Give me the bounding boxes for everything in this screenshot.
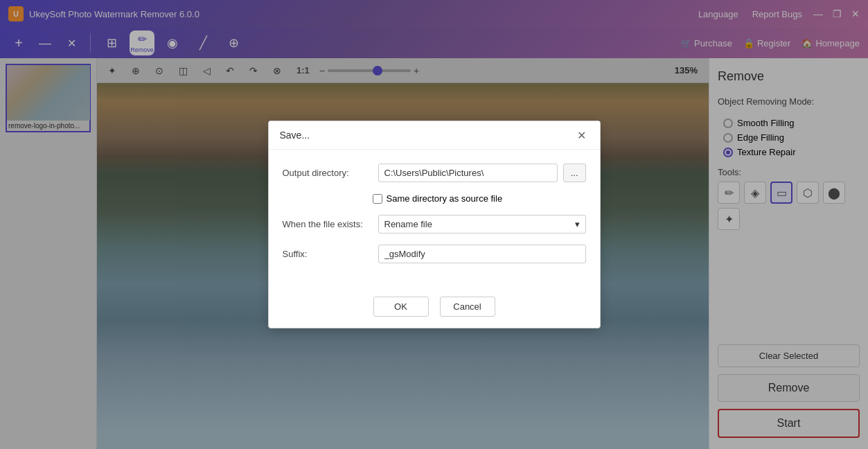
suffix-label: Suffix: xyxy=(283,249,373,259)
output-directory-label: Output directory: xyxy=(283,168,373,178)
output-directory-row: Output directory: ... xyxy=(283,164,586,182)
modal-footer: OK Cancel xyxy=(269,288,600,328)
same-directory-checkbox[interactable] xyxy=(373,194,382,204)
save-dialog: Save... ✕ Output directory: ... Same dir… xyxy=(268,121,601,328)
when-file-exists-dropdown[interactable]: Rename file ▾ xyxy=(378,215,586,234)
dropdown-arrow-icon: ▾ xyxy=(575,219,580,229)
output-directory-input[interactable] xyxy=(378,164,558,182)
modal-close-button[interactable]: ✕ xyxy=(575,128,589,142)
modal-overlay: Save... ✕ Output directory: ... Same dir… xyxy=(0,0,868,449)
suffix-row: Suffix: xyxy=(283,245,586,263)
when-file-exists-value: Rename file xyxy=(384,219,432,229)
cancel-button[interactable]: Cancel xyxy=(440,297,495,317)
ok-button[interactable]: OK xyxy=(373,297,429,317)
same-directory-label: Same directory as source file xyxy=(387,193,503,204)
modal-body: Output directory: ... Same directory as … xyxy=(269,150,600,288)
suffix-input[interactable] xyxy=(378,245,586,263)
modal-title: Save... xyxy=(280,130,310,141)
when-file-exists-label: When the file exists: xyxy=(283,219,373,229)
when-file-exists-row: When the file exists: Rename file ▾ xyxy=(283,215,586,234)
browse-button[interactable]: ... xyxy=(563,164,586,182)
modal-header: Save... ✕ xyxy=(269,121,600,150)
same-directory-row: Same directory as source file xyxy=(373,193,586,204)
